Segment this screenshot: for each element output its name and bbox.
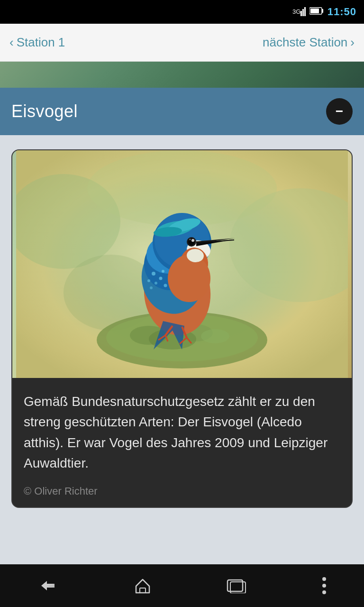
svg-point-63 [322,590,326,594]
svg-rect-10 [43,62,71,88]
svg-point-9 [237,62,332,85]
back-button[interactable]: ‹ Station 1 [9,35,65,50]
svg-point-42 [168,255,210,302]
next-chevron-icon: › [350,35,355,50]
main-content: Gemäß Bundesnaturschutzgesetz zählt er z… [0,135,364,522]
section-title: Eisvogel [11,101,78,121]
next-label: nächste Station [263,35,347,50]
battery-icon [309,7,324,18]
menu-nav-button[interactable] [312,572,336,599]
collapse-icon: − [336,105,343,118]
bottom-spacer [0,522,364,570]
card-credit: © Oliver Richter [24,485,340,497]
svg-point-47 [190,239,191,240]
svg-rect-3 [304,7,306,16]
card-description: Gemäß Bundesnaturschutzgesetz zählt er z… [24,391,340,474]
svg-point-31 [162,270,164,273]
svg-point-29 [159,277,163,280]
card-text-area: Gemäß Bundesnaturschutzgesetz zählt er z… [12,378,352,507]
network-signal-icon: 3G [292,6,306,18]
svg-point-61 [322,577,326,581]
svg-point-30 [155,282,157,285]
svg-rect-7 [0,62,364,88]
svg-text:3G: 3G [292,8,300,15]
svg-point-28 [152,272,155,276]
svg-rect-58 [140,588,146,593]
svg-rect-11 [265,62,299,88]
section-header: Eisvogel − [0,88,364,135]
time-display: 11:50 [328,6,356,18]
svg-point-33 [164,284,167,287]
navigation-bar: ‹ Station 1 nächste Station › [0,24,364,62]
bird-card: Gemäß Bundesnaturschutzgesetz zählt er z… [11,149,353,508]
back-nav-button[interactable] [28,573,68,598]
back-chevron-icon: ‹ [9,35,14,50]
svg-rect-6 [310,9,319,13]
back-label: Station 1 [17,35,65,50]
bottom-navigation [0,564,364,607]
status-icons: 3G 11:50 [292,6,356,18]
status-bar: 3G 11:50 [0,0,364,24]
svg-point-46 [191,239,194,242]
svg-rect-5 [322,9,323,13]
svg-point-34 [150,286,153,289]
svg-rect-1 [300,11,302,16]
hero-banner [0,62,364,88]
recents-nav-button[interactable] [217,573,256,598]
next-station-button[interactable]: nächste Station › [263,35,355,50]
collapse-button[interactable]: − [326,98,353,125]
home-nav-button[interactable] [124,572,161,599]
svg-point-23 [201,329,229,343]
svg-point-32 [147,279,150,282]
bird-image-container [12,150,352,378]
svg-point-8 [19,62,95,88]
svg-rect-2 [302,9,304,16]
svg-point-62 [322,584,326,588]
